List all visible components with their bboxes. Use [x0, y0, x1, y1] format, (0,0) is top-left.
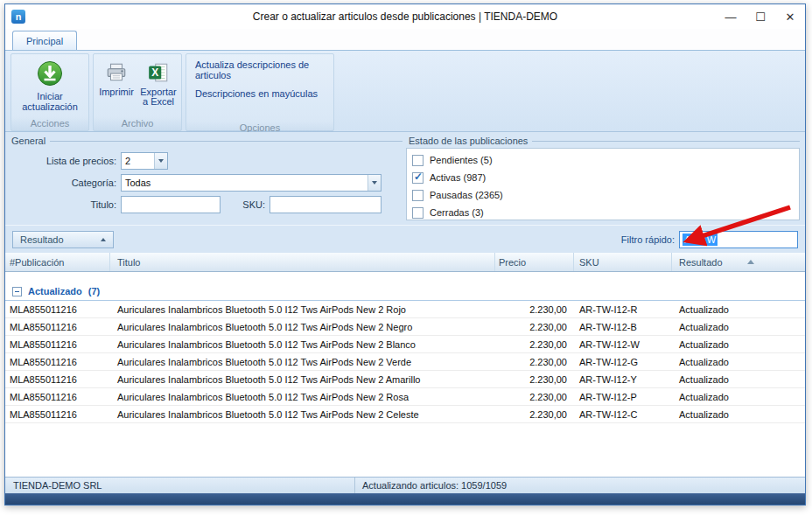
checkbox-icon[interactable] — [412, 155, 424, 166]
cell-precio: 2.230,00 — [495, 406, 574, 422]
result-bar: Resultado Filtro rápido: AR-TW — [5, 225, 805, 253]
categoria-label: Categoría: — [9, 178, 121, 188]
iniciar-actualizacion-label: Iniciar actualización — [15, 91, 85, 112]
table-header: #Publicación Titulo Precio SKU Resultado — [5, 253, 805, 272]
estado-caption: Estado de las publicaciones — [406, 136, 528, 146]
cell-resultado: Actualizado — [672, 336, 805, 352]
status-progress: Actualizando articulos: 1059/1059 — [355, 480, 507, 491]
group-label: Actualizado — [28, 286, 82, 296]
table-row[interactable]: MLA855011216 Auriculares Inalambricos Bl… — [5, 318, 805, 336]
titulo-input[interactable] — [121, 196, 220, 213]
cell-precio: 2.230,00 — [495, 318, 574, 335]
cell-precio: 2.230,00 — [495, 388, 574, 405]
excel-icon: X — [147, 61, 170, 86]
cell-resultado: Actualizado — [672, 301, 805, 317]
imprimir-label: Imprimir — [99, 87, 134, 97]
tab-principal[interactable]: Principal — [12, 31, 77, 50]
title-bar: n Crear o actualizar articulos desde pub… — [5, 4, 805, 29]
lista-precios-label: Lista de precios: — [9, 156, 121, 166]
imprimir-button[interactable]: Imprimir — [97, 61, 136, 97]
checkbox-icon[interactable] — [412, 207, 424, 219]
categoria-value: Todas — [122, 178, 368, 188]
filtro-rapido-input[interactable]: AR-TW — [679, 231, 798, 248]
opcion-actualiza-descripciones[interactable]: Actualiza descripciones de articulos — [195, 59, 325, 80]
checkbox-label: Pausadas (2365) — [430, 190, 503, 200]
iniciar-actualizacion-button[interactable]: Iniciar actualización — [15, 58, 85, 114]
status-bar: TIENDA-DEMO SRL Actualizando articulos: … — [5, 477, 805, 493]
checkbox-row-cerradas[interactable]: Cerradas (3) — [410, 204, 795, 221]
column-header-resultado-label: Resultado — [679, 257, 723, 268]
status-company: TIENDA-DEMO SRL — [5, 478, 355, 493]
cell-sku: AR-TW-I12-G — [574, 353, 672, 370]
chevron-down-icon[interactable] — [154, 153, 167, 169]
cell-resultado: Actualizado — [672, 388, 805, 405]
column-header-sku[interactable]: SKU — [574, 253, 672, 271]
minimize-button[interactable]: — — [716, 5, 746, 28]
titulo-label: Titulo: — [9, 199, 121, 210]
groupbox-estado: Estado de las publicaciones Pendientes (… — [406, 135, 800, 222]
ribbon-group-opciones: Actualiza descripciones de articulos Des… — [186, 53, 334, 131]
column-header-titulo[interactable]: Titulo — [110, 253, 495, 271]
cell-sku: AR-TW-I12-B — [574, 318, 672, 335]
exportar-excel-button[interactable]: X Exportar a Excel — [139, 61, 178, 107]
filtro-rapido-label: Filtro rápido: — [621, 234, 675, 245]
cell-publicacion: MLA855011216 — [5, 318, 110, 335]
table-row[interactable]: MLA855011216 Auriculares Inalambricos Bl… — [5, 353, 805, 371]
chevron-down-icon[interactable] — [368, 175, 381, 191]
ribbon-tab-strip: Principal — [5, 29, 805, 50]
cell-resultado: Actualizado — [672, 406, 805, 422]
svg-text:X: X — [151, 66, 158, 79]
cell-titulo: Auriculares Inalambricos Bluetooth 5.0 I… — [110, 406, 495, 422]
cell-resultado: Actualizado — [672, 371, 805, 387]
checkbox-icon[interactable] — [412, 190, 424, 201]
checkbox-row-activas[interactable]: Activas (987) — [410, 169, 795, 186]
opcion-descripciones-mayusculas[interactable]: Descripciones en mayúculas — [195, 88, 318, 99]
close-button[interactable]: ✕ — [775, 5, 805, 28]
cell-sku: AR-TW-I12-P — [574, 388, 672, 405]
cell-sku: AR-TW-I12-W — [574, 336, 672, 352]
resultado-label: Resultado — [20, 234, 64, 245]
app-icon: n — [11, 10, 25, 24]
general-caption: General — [9, 136, 46, 146]
checkbox-label: Cerradas (3) — [430, 207, 484, 218]
exportar-excel-label: Exportar a Excel — [139, 87, 178, 107]
checkbox-row-pausadas[interactable]: Pausadas (2365) — [410, 186, 795, 204]
cell-sku: AR-TW-I12-Y — [574, 371, 672, 387]
estado-checklist: Pendientes (5) Activas (987) Pausadas (2… — [406, 148, 800, 220]
cell-precio: 2.230,00 — [495, 371, 574, 387]
cell-sku: AR-TW-I12-R — [574, 301, 672, 317]
table-row[interactable]: MLA855011216 Auriculares Inalambricos Bl… — [5, 371, 805, 388]
checkbox-icon[interactable] — [412, 172, 424, 184]
column-header-publicacion[interactable]: #Publicación — [5, 253, 110, 271]
table-row[interactable]: MLA855011216 Auriculares Inalambricos Bl… — [5, 388, 805, 406]
checkbox-label: Pendientes (5) — [430, 155, 493, 165]
cell-precio: 2.230,00 — [495, 353, 574, 370]
categoria-select[interactable]: Todas — [121, 174, 382, 192]
cell-publicacion: MLA855011216 — [5, 301, 110, 317]
cell-titulo: Auriculares Inalambricos Bluetooth 5.0 I… — [110, 371, 495, 387]
cell-publicacion: MLA855011216 — [5, 388, 110, 405]
table-row[interactable]: MLA855011216 Auriculares Inalambricos Bl… — [5, 301, 805, 318]
lista-precios-value: 2 — [122, 156, 154, 166]
chevron-up-icon — [101, 238, 106, 241]
filtro-selected-text: AR-TW — [682, 234, 718, 246]
sku-label: SKU: — [220, 199, 270, 210]
column-header-precio[interactable]: Precio — [495, 253, 574, 271]
collapse-icon[interactable] — [12, 287, 22, 296]
cell-titulo: Auriculares Inalambricos Bluetooth 5.0 I… — [110, 318, 495, 335]
maximize-button[interactable]: ☐ — [746, 5, 775, 28]
cell-publicacion: MLA855011216 — [5, 353, 110, 370]
cell-titulo: Auriculares Inalambricos Bluetooth 5.0 I… — [110, 301, 495, 317]
resultado-collapse-button[interactable]: Resultado — [12, 231, 114, 248]
lista-precios-select[interactable]: 2 — [121, 152, 168, 170]
sku-input[interactable] — [270, 196, 382, 213]
table-body: Actualizado (7) MLA855011216 Auriculares… — [5, 272, 805, 477]
table-row[interactable]: MLA855011216 Auriculares Inalambricos Bl… — [5, 336, 805, 353]
table-row[interactable]: MLA855011216 Auriculares Inalambricos Bl… — [5, 406, 805, 423]
cell-titulo: Auriculares Inalambricos Bluetooth 5.0 I… — [110, 336, 495, 352]
checkbox-row-pendientes[interactable]: Pendientes (5) — [410, 151, 795, 169]
group-row-actualizado[interactable]: Actualizado (7) — [5, 282, 805, 301]
app-window: n Crear o actualizar articulos desde pub… — [4, 3, 806, 506]
column-header-resultado[interactable]: Resultado — [672, 253, 805, 271]
cell-titulo: Auriculares Inalambricos Bluetooth 5.0 I… — [110, 353, 495, 370]
